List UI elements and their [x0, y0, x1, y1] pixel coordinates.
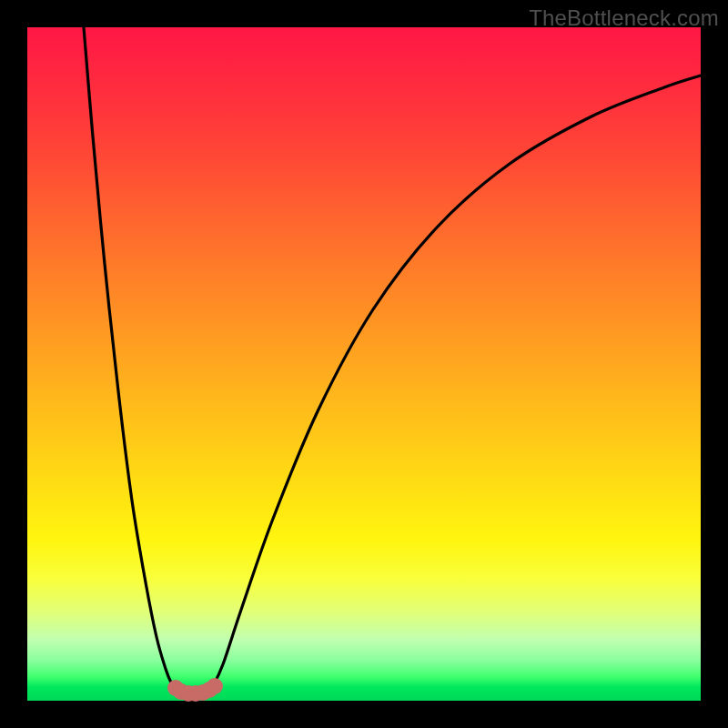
- watermark-text: TheBottleneck.com: [529, 5, 719, 31]
- curve-right-branch: [212, 76, 701, 688]
- curve-left-branch: [84, 27, 176, 688]
- trough-bead-cluster: [167, 678, 223, 702]
- trough-bead: [207, 678, 223, 694]
- bottleneck-curve-svg: [27, 27, 701, 701]
